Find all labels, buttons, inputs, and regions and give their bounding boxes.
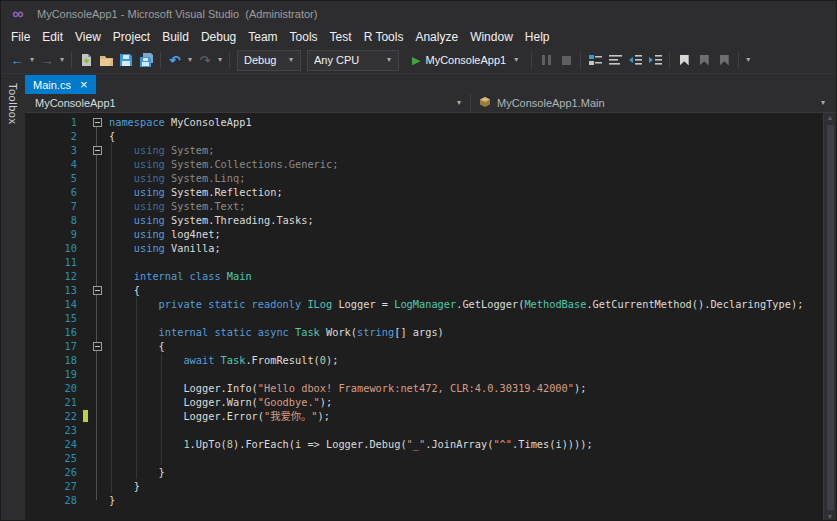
change-tracking-margin — [83, 129, 89, 143]
chevron-down-icon: ▾ — [511, 49, 521, 71]
vertical-scrollbar[interactable]: ▲ ▼ — [823, 113, 836, 521]
code-line[interactable]: 15 — [25, 311, 823, 325]
fold-margin — [89, 185, 105, 199]
navigate-forward-icon[interactable]: → — [37, 49, 57, 71]
code-editor[interactable]: 1namespace MyConsoleApp12{3 using System… — [25, 113, 836, 521]
line-number: 6 — [25, 185, 83, 199]
open-file-icon[interactable] — [96, 49, 116, 71]
code-line[interactable]: 16 internal static async Task Work(strin… — [25, 325, 823, 339]
code-line[interactable]: 11 — [25, 255, 823, 269]
fold-collapse-icon[interactable] — [93, 342, 102, 351]
fold-collapse-icon[interactable] — [93, 118, 102, 127]
code-line[interactable]: 10 using Vanilla; — [25, 241, 823, 255]
code-line[interactable]: 8 using System.Threading.Tasks; — [25, 213, 823, 227]
line-number: 5 — [25, 171, 83, 185]
menu-item-tools[interactable]: Tools — [284, 28, 324, 46]
indent-decrease-icon[interactable] — [625, 49, 645, 71]
scroll-down-icon[interactable]: ▼ — [827, 512, 834, 521]
code-line[interactable]: 7 using System.Text; — [25, 199, 823, 213]
window-title: MyConsoleApp1 - Microsoft Visual Studio … — [37, 8, 317, 20]
scroll-up-icon[interactable]: ▲ — [827, 113, 834, 123]
project-dropdown[interactable]: MyConsoleApp1 ▾ — [25, 94, 471, 112]
line-number: 1 — [25, 115, 83, 129]
bookmark-toggle-icon[interactable] — [674, 49, 694, 71]
undo-dropdown-icon[interactable]: ▾ — [185, 49, 195, 71]
navigate-back-icon[interactable]: ← — [7, 49, 27, 71]
change-tracking-margin — [83, 367, 89, 381]
toolbox-side-tab[interactable]: Toolbox — [1, 74, 25, 521]
code-line[interactable]: 18 await Task.FromResult(0); — [25, 353, 823, 367]
menu-item-help[interactable]: Help — [519, 28, 556, 46]
code-line[interactable]: 4 using System.Collections.Generic; — [25, 157, 823, 171]
title-bar[interactable]: ∞ MyConsoleApp1 - Microsoft Visual Studi… — [1, 1, 836, 26]
bookmark-next-icon[interactable] — [714, 49, 734, 71]
fold-margin — [89, 213, 105, 227]
editor-group: Main.cs × MyConsoleApp1 ▾ MyConsoleApp1.… — [25, 74, 836, 521]
tab-main-cs[interactable]: Main.cs × — [25, 75, 96, 94]
menu-item-r-tools[interactable]: R Tools — [358, 28, 410, 46]
code-line[interactable]: 25 — [25, 451, 823, 465]
code-line[interactable]: 17 { — [25, 339, 823, 353]
redo-icon[interactable]: ↷ — [195, 49, 215, 71]
code-line[interactable]: 5 using System.Linq; — [25, 171, 823, 185]
menu-item-team[interactable]: Team — [242, 28, 283, 46]
code-line[interactable]: 13 { — [25, 283, 823, 297]
code-text — [105, 255, 109, 269]
vs-window: ∞ MyConsoleApp1 - Microsoft Visual Studi… — [0, 0, 837, 521]
redo-dropdown-icon[interactable]: ▾ — [215, 49, 225, 71]
code-line[interactable]: 23 — [25, 423, 823, 437]
toolbar-separator — [531, 52, 532, 69]
line-number: 19 — [25, 367, 83, 381]
change-tracking-margin — [83, 451, 89, 465]
save-all-icon[interactable] — [136, 49, 156, 71]
code-line[interactable]: 24 1.UpTo(8).ForEach(i => Logger.Debug("… — [25, 437, 823, 451]
code-line[interactable]: 28} — [25, 493, 823, 507]
code-line[interactable]: 22 Logger.Error("我爱你。"); — [25, 409, 823, 423]
menu-item-view[interactable]: View — [69, 28, 107, 46]
code-line[interactable]: 1namespace MyConsoleApp1 — [25, 115, 823, 129]
change-tracking-margin — [83, 423, 89, 437]
indent-increase-icon[interactable] — [645, 49, 665, 71]
solution-platform-dropdown[interactable]: Any CPU ▾ — [307, 50, 399, 71]
menu-item-project[interactable]: Project — [107, 28, 156, 46]
break-all-icon[interactable] — [536, 49, 556, 71]
navigate-forward-dropdown-icon[interactable]: ▾ — [57, 49, 67, 71]
type-dropdown[interactable]: MyConsoleApp1.Main ▾ — [471, 94, 836, 112]
code-line[interactable]: 27 } — [25, 479, 823, 493]
menu-item-window[interactable]: Window — [464, 28, 519, 46]
close-icon[interactable]: × — [80, 78, 88, 91]
code-line[interactable]: 6 using System.Reflection; — [25, 185, 823, 199]
change-tracking-mark — [83, 409, 89, 423]
code-line[interactable]: 21 Logger.Warn("Goodbye."); — [25, 395, 823, 409]
save-icon[interactable] — [116, 49, 136, 71]
menu-item-build[interactable]: Build — [156, 28, 195, 46]
navigate-back-dropdown-icon[interactable]: ▾ — [27, 49, 37, 71]
toolbar-overflow-icon[interactable]: ▾ — [743, 49, 753, 71]
menu-item-test[interactable]: Test — [324, 28, 358, 46]
code-area[interactable]: 1namespace MyConsoleApp12{3 using System… — [25, 113, 823, 521]
member-list-icon[interactable] — [585, 49, 605, 71]
start-debugging-button[interactable]: ▶ MyConsoleApp1 ▾ — [406, 49, 527, 71]
fold-margin — [89, 297, 105, 311]
solution-configuration-dropdown[interactable]: Debug ▾ — [237, 50, 301, 71]
code-line[interactable]: 3 using System; — [25, 143, 823, 157]
code-line[interactable]: 19 — [25, 367, 823, 381]
menu-item-analyze[interactable]: Analyze — [409, 28, 464, 46]
menu-item-debug[interactable]: Debug — [195, 28, 242, 46]
code-line[interactable]: 20 Logger.Info("Hello dbox! Framework:ne… — [25, 381, 823, 395]
stop-debugging-icon[interactable] — [556, 49, 576, 71]
menu-item-file[interactable]: File — [5, 28, 36, 46]
code-line[interactable]: 12 internal class Main — [25, 269, 823, 283]
code-line[interactable]: 9 using log4net; — [25, 227, 823, 241]
fold-collapse-icon[interactable] — [93, 146, 102, 155]
code-line[interactable]: 14 private static readonly ILog Logger =… — [25, 297, 823, 311]
bookmark-previous-icon[interactable] — [694, 49, 714, 71]
code-line[interactable]: 26 } — [25, 465, 823, 479]
code-line[interactable]: 2{ — [25, 129, 823, 143]
new-project-icon[interactable] — [76, 49, 96, 71]
parameter-info-icon[interactable] — [605, 49, 625, 71]
undo-icon[interactable]: ↶ — [165, 49, 185, 71]
scrollbar-thumb[interactable] — [827, 125, 834, 510]
fold-collapse-icon[interactable] — [93, 286, 102, 295]
menu-item-edit[interactable]: Edit — [36, 28, 69, 46]
